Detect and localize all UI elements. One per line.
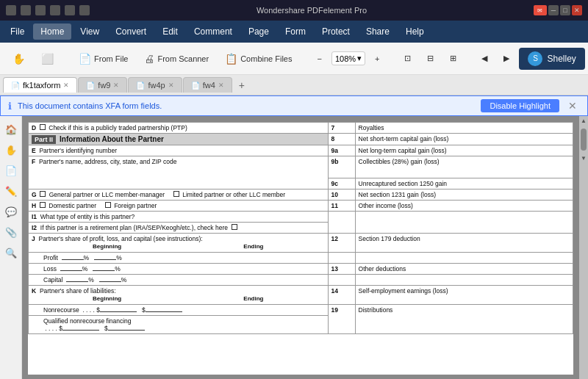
loss-end-input[interactable] <box>93 270 115 271</box>
new-tab-button[interactable]: + <box>233 76 251 94</box>
menu-convert[interactable]: Convert <box>108 24 154 40</box>
row-d-checkbox[interactable] <box>40 124 46 130</box>
menu-form[interactable]: Form <box>278 24 313 40</box>
sidebar-search-icon[interactable]: 🔍 <box>4 245 18 260</box>
tab-close-1[interactable]: ✕ <box>63 82 69 89</box>
prev-page-button[interactable]: ◀ <box>475 50 494 67</box>
notification-close-button[interactable]: ✕ <box>565 100 580 112</box>
fit-width-button[interactable]: ⊟ <box>420 50 440 67</box>
tab-close-3[interactable]: ✕ <box>168 82 174 89</box>
minimize-button[interactable]: ─ <box>548 5 559 15</box>
qualified-end-input[interactable] <box>108 330 145 331</box>
row-j-profit: Profit % % <box>29 253 573 264</box>
menu-protect[interactable]: Protect <box>315 24 357 40</box>
undo-icon <box>50 5 60 15</box>
row-i2-letter: I2 <box>32 224 37 231</box>
row-f-text: Partner's name, address, city, state, an… <box>39 158 176 165</box>
menu-view[interactable]: View <box>73 24 107 40</box>
info-icon: ℹ <box>8 101 12 112</box>
menu-home[interactable]: Home <box>33 24 71 40</box>
row-g-checkbox-1[interactable] <box>40 191 46 197</box>
next-page-button[interactable]: ▶ <box>497 50 516 67</box>
menu-page[interactable]: Page <box>241 24 276 40</box>
sidebar-edit-icon[interactable]: ✏️ <box>4 184 18 198</box>
fit-height-icon: ⊞ <box>450 54 456 63</box>
hand-tool-button[interactable]: ✋ <box>6 49 32 68</box>
close-button[interactable]: ✕ <box>572 5 582 15</box>
table-row: D Check if this is a publicly traded par… <box>29 123 573 134</box>
col-num-9a: 9a <box>328 145 355 156</box>
col-label-9b: Collectibles (28%) gain (loss) <box>355 156 573 178</box>
col-num-11: 11 <box>328 201 355 212</box>
zoom-in-button[interactable]: + <box>368 51 386 67</box>
row-f-letter: F <box>32 158 35 165</box>
row-h-letter: H <box>32 202 36 209</box>
maximize-button[interactable]: □ <box>560 5 570 15</box>
select-tool-button[interactable]: ⬜ <box>35 49 60 68</box>
row-i2-checkbox[interactable] <box>232 224 237 230</box>
scroll-up-arrow[interactable]: ▲ <box>581 118 587 124</box>
menu-file[interactable]: File <box>3 24 32 40</box>
capital-begin-input[interactable] <box>66 281 88 282</box>
menu-share[interactable]: Share <box>359 24 397 40</box>
tab-label-4: fw4 <box>203 81 215 90</box>
disable-highlight-button[interactable]: Disable Highlight <box>481 99 559 112</box>
nonrecourse-end-input[interactable] <box>146 311 182 312</box>
col-num-8: 8 <box>328 134 355 145</box>
hand-icon: ✋ <box>12 53 25 65</box>
sidebar-pages-icon[interactable]: 📄 <box>4 163 18 178</box>
row-j-letter: J <box>32 235 35 242</box>
email-icon[interactable]: ✉ <box>534 5 547 15</box>
scroll-thumb[interactable] <box>581 129 587 151</box>
row-e-letter: E <box>32 147 36 154</box>
col-label-9c: Unrecaptured section 1250 gain <box>355 178 573 190</box>
combine-files-label: Combine Files <box>240 54 292 63</box>
zoom-out-button[interactable]: − <box>310 51 328 67</box>
row-h-checkbox-2[interactable] <box>105 202 111 208</box>
tab-label-2: fw9 <box>98 81 110 90</box>
combine-icon: 📋 <box>225 53 237 65</box>
pdf-page: D Check if this is a publicly traded par… <box>28 122 573 375</box>
row-h-checkbox-1[interactable] <box>40 202 46 208</box>
zoom-control[interactable]: 108% ▾ <box>331 51 365 65</box>
scroll-down-arrow[interactable]: ▼ <box>581 155 587 162</box>
tab-fw4p[interactable]: 📄 fw4p ✕ <box>128 77 182 93</box>
menu-comment[interactable]: Comment <box>187 24 240 40</box>
zoom-out-icon: − <box>317 54 321 63</box>
fit-height-button[interactable]: ⊞ <box>443 50 463 67</box>
col-label-11: Other income (loss) <box>355 201 573 212</box>
user-button[interactable]: S Shelley <box>519 48 584 70</box>
menu-edit[interactable]: Edit <box>155 24 185 40</box>
row-g-checkbox-2[interactable] <box>173 191 179 197</box>
sidebar-attach-icon[interactable]: 📎 <box>4 225 18 239</box>
nonrecourse-begin-input[interactable] <box>100 311 137 312</box>
tab-fk1taxform[interactable]: 📄 fk1taxform ✕ <box>3 77 77 93</box>
zoom-value: 108% <box>335 54 356 63</box>
sidebar-home-icon[interactable]: 🏠 <box>4 122 18 137</box>
tab-close-4[interactable]: ✕ <box>218 82 224 89</box>
row-h: H Domestic partner Foreign partner 11 Ot… <box>29 201 573 212</box>
sidebar-hand-icon[interactable]: ✋ <box>4 142 18 157</box>
zoom-dropdown-icon[interactable]: ▾ <box>357 54 362 63</box>
part2-label: Part II Information About the Partner <box>29 134 329 145</box>
profit-end-input[interactable] <box>94 259 116 260</box>
tab-file-icon-2: 📄 <box>86 82 95 90</box>
sidebar-comment-icon[interactable]: 💬 <box>4 204 18 219</box>
titlebar-left <box>6 5 90 15</box>
row-k-letter: K <box>32 287 36 295</box>
qualified-begin-input[interactable] <box>62 330 99 331</box>
tab-close-2[interactable]: ✕ <box>113 82 119 89</box>
menu-help[interactable]: Help <box>398 24 431 40</box>
fit-page-button[interactable]: ⊡ <box>398 50 417 67</box>
loss-begin-input[interactable] <box>60 270 82 271</box>
profit-begin-input[interactable] <box>62 259 84 260</box>
combine-files-button[interactable]: 📋 Combine Files <box>218 49 298 68</box>
from-scanner-button[interactable]: 🖨 From Scanner <box>137 49 215 68</box>
from-file-label: From File <box>94 54 128 63</box>
file-icon: 📄 <box>79 53 91 65</box>
right-scrollbar[interactable]: ▲ ▼ <box>579 116 588 379</box>
tab-fw9[interactable]: 📄 fw9 ✕ <box>78 77 127 93</box>
tab-fw4[interactable]: 📄 fw4 ✕ <box>183 77 232 93</box>
capital-end-input[interactable] <box>99 281 121 282</box>
from-file-button[interactable]: 📄 From File <box>72 49 135 68</box>
